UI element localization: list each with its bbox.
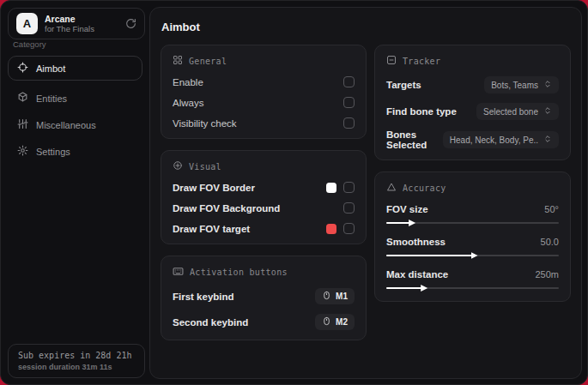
setting-label: Visibility check — [173, 118, 237, 129]
fov-size-slider[interactable] — [386, 219, 559, 226]
sidebar-item-label: Aimbot — [36, 63, 65, 74]
setting-row: Draw FOV Border — [173, 182, 355, 193]
first-keybind-button[interactable]: M1 — [315, 288, 355, 304]
sidebar-item-label: Settings — [36, 147, 70, 157]
chevron-up-down-icon — [543, 106, 552, 117]
sidebar: A Arcane for The Finals Category — [1, 1, 149, 384]
fov-border-color-swatch[interactable] — [326, 183, 336, 193]
sidebar-item-aimbot[interactable]: Aimbot — [8, 56, 142, 81]
mouse-icon — [322, 291, 331, 302]
dropdown-value: Bots, Teams — [491, 81, 538, 90]
main-panel: Aimbot General — [149, 7, 582, 379]
card-activation-buttons: Activation buttons First keybind M1 — [161, 256, 367, 340]
category-label: Category — [13, 39, 149, 49]
crosshair-icon — [17, 62, 28, 75]
card-title: General — [189, 57, 227, 66]
page-title: Aimbot — [161, 21, 571, 33]
setting-label: FOV size — [386, 204, 428, 214]
circle-plus-icon — [173, 160, 183, 172]
card-title: Activation buttons — [190, 268, 288, 277]
setting-label: Find bone type — [386, 106, 457, 117]
box-minus-icon — [386, 55, 397, 67]
setting-row: Smoothness 50.0 — [386, 237, 559, 259]
card-title: Tracker — [403, 57, 440, 66]
app-name: Arcane — [45, 14, 118, 25]
setting-row: Draw FOV Background — [173, 202, 355, 214]
keybind-value: M1 — [336, 292, 348, 301]
fov-size-value: 50° — [544, 204, 559, 214]
chevron-up-down-icon — [543, 80, 552, 90]
dropdown-value: Head, Neck, Body, Pe.. — [450, 135, 538, 145]
smoothness-value: 50.0 — [541, 237, 559, 247]
fov-target-color-swatch[interactable] — [326, 224, 336, 234]
app-window: A Arcane for The Finals Category — [0, 0, 588, 385]
setting-label: Smoothness — [386, 237, 446, 247]
draw-fov-target-checkbox[interactable] — [343, 223, 355, 234]
chevron-up-down-icon — [543, 135, 552, 145]
always-checkbox[interactable] — [343, 97, 355, 108]
setting-row: Find bone type Selected bone — [386, 103, 559, 120]
sidebar-nav: Aimbot Entities — [1, 56, 149, 165]
grid-icon — [173, 55, 183, 67]
sidebar-item-label: Entities — [36, 93, 67, 104]
triangle-icon — [386, 182, 397, 194]
setting-row: Second keybind M2 — [173, 314, 355, 330]
draw-fov-background-checkbox[interactable] — [343, 202, 355, 214]
bones-selected-dropdown[interactable]: Head, Neck, Body, Pe.. — [443, 131, 559, 148]
smoothness-slider[interactable] — [386, 251, 559, 259]
card-general: General Enable Always Visibility check — [161, 45, 367, 139]
setting-row: Max distance 250m — [386, 269, 559, 292]
setting-row: Enable — [173, 76, 355, 87]
setting-label: Draw FOV Border — [173, 183, 255, 193]
keybind-value: M2 — [336, 317, 348, 327]
setting-label: Draw FOV Background — [173, 203, 280, 214]
setting-row: Visibility check — [173, 117, 355, 129]
subscription-status: Sub expires in 28d 21h session duration … — [8, 344, 145, 378]
app-header: A Arcane for The Finals — [8, 8, 145, 39]
card-title: Accuracy — [403, 183, 446, 193]
setting-label: Max distance — [386, 269, 448, 280]
draw-fov-border-checkbox[interactable] — [343, 182, 355, 193]
setting-label: Targets — [386, 80, 421, 90]
setting-row: Draw FOV target — [173, 223, 355, 234]
gear-icon — [17, 145, 28, 158]
slider-knob[interactable] — [471, 252, 478, 259]
setting-label: First keybind — [173, 292, 234, 302]
setting-label: Enable — [173, 77, 203, 87]
find-bone-type-dropdown[interactable]: Selected bone — [476, 103, 559, 120]
visibility-check-checkbox[interactable] — [343, 117, 355, 129]
setting-row: FOV size 50° — [386, 204, 559, 226]
setting-row: First keybind M1 — [173, 288, 355, 304]
sidebar-item-miscellaneous[interactable]: Miscellaneous — [8, 112, 142, 137]
sync-icon[interactable] — [125, 18, 136, 29]
app-logo: A — [16, 13, 38, 34]
slider-knob[interactable] — [421, 285, 427, 292]
sidebar-item-settings[interactable]: Settings — [8, 139, 142, 164]
card-visual: Visual Draw FOV Border Draw FOV Backgrou… — [161, 150, 367, 244]
sliders-icon — [17, 118, 28, 131]
app-subtitle: for The Finals — [45, 24, 118, 33]
slider-knob[interactable] — [409, 220, 415, 226]
setting-row: Targets Bots, Teams — [386, 76, 559, 93]
sidebar-item-label: Miscellaneous — [36, 120, 96, 130]
setting-label: Bones Selected — [386, 129, 443, 150]
setting-row: Bones Selected Head, Neck, Body, Pe.. — [386, 129, 559, 150]
setting-label: Draw FOV target — [173, 224, 250, 234]
mouse-icon — [322, 316, 331, 328]
second-keybind-button[interactable]: M2 — [315, 314, 355, 330]
enable-checkbox[interactable] — [343, 76, 355, 87]
sidebar-item-entities[interactable]: Entities — [8, 86, 142, 111]
card-accuracy: Accuracy FOV size 50° Smoothness — [374, 171, 571, 302]
max-distance-slider[interactable] — [386, 284, 559, 292]
entities-icon — [17, 92, 28, 105]
setting-label: Second keybind — [173, 317, 248, 328]
card-tracker: Tracker Targets Bots, Teams — [374, 45, 571, 160]
targets-dropdown[interactable]: Bots, Teams — [484, 76, 559, 93]
card-title: Visual — [189, 162, 221, 171]
session-duration-text: session duration 31m 11s — [18, 363, 135, 371]
max-distance-value: 250m — [535, 269, 559, 280]
dropdown-value: Selected bone — [483, 107, 538, 117]
setting-label: Always — [173, 98, 203, 108]
setting-row: Always — [173, 97, 355, 108]
sub-expiry-text: Sub expires in 28d 21h — [18, 351, 135, 360]
